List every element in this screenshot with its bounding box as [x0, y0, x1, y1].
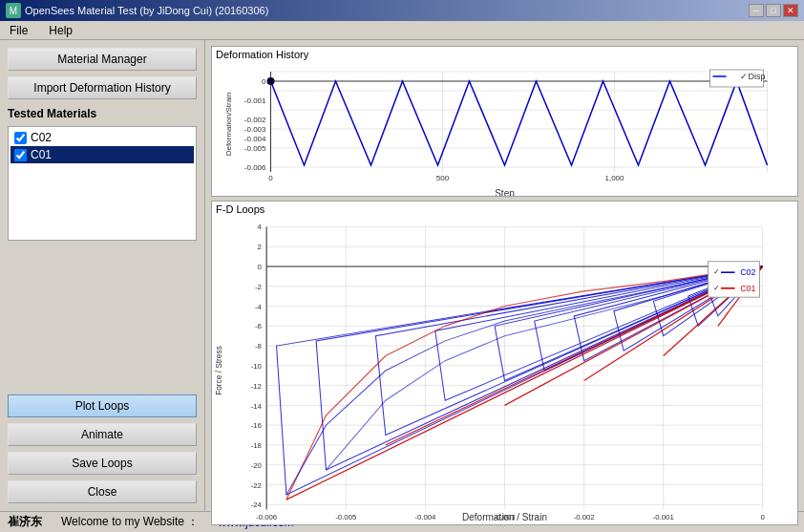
deform-legend-label: Disp [748, 72, 765, 81]
help-menu[interactable]: Help [43, 22, 78, 39]
import-history-button[interactable]: Import Deformation History [8, 76, 197, 99]
svg-text:✓: ✓ [713, 266, 720, 276]
svg-text:C01: C01 [740, 284, 755, 293]
deformation-chart: Deformation History Deformation/Strain [211, 46, 798, 197]
fd-x-label: Deformation / Strain [462, 512, 547, 522]
deformation-chart-area: Deformation/Strain [212, 62, 797, 196]
svg-text:-14: -14 [251, 402, 263, 411]
main-content: Material Manager Import Deformation Hist… [0, 40, 804, 511]
save-loops-button[interactable]: Save Loops [8, 452, 197, 475]
svg-text:4: 4 [258, 223, 263, 232]
svg-text:-24: -24 [251, 500, 263, 509]
svg-text:-22: -22 [251, 481, 262, 490]
svg-text:-2: -2 [255, 283, 262, 291]
deformation-chart-title: Deformation History [212, 47, 797, 62]
svg-text:-0.002: -0.002 [574, 513, 595, 521]
material-manager-button[interactable]: Material Manager [8, 48, 197, 71]
animate-button[interactable]: Animate [8, 423, 197, 446]
deform-y-label: Deformation/Strain [224, 93, 233, 157]
material-checkbox-c01[interactable] [14, 149, 27, 161]
svg-text:-0.002: -0.002 [244, 116, 266, 124]
fd-loops-chart: F-D Loops Force / Stress [211, 201, 798, 525]
material-label-c02: C02 [31, 131, 52, 144]
svg-text:-18: -18 [251, 441, 262, 450]
svg-text:✓: ✓ [713, 283, 720, 292]
svg-text:-16: -16 [251, 421, 262, 430]
svg-text:-10: -10 [251, 362, 263, 371]
deformation-line [271, 81, 768, 165]
file-menu[interactable]: File [4, 22, 33, 39]
author-label: 崔济东 [8, 514, 42, 530]
material-item-c02[interactable]: C02 [11, 129, 194, 146]
app-icon: M [6, 3, 21, 18]
svg-text:-20: -20 [251, 461, 263, 470]
svg-text:-0.001: -0.001 [653, 513, 674, 521]
svg-text:-0.001: -0.001 [244, 96, 266, 105]
material-label-c01: C01 [31, 148, 52, 161]
svg-text:C02: C02 [740, 267, 755, 277]
svg-text:1,000: 1,000 [604, 174, 624, 182]
menu-bar: File Help [0, 21, 804, 40]
right-panel: Deformation History Deformation/Strain [205, 40, 804, 511]
svg-text:-0.006: -0.006 [256, 513, 277, 521]
materials-list: C02 C01 [8, 126, 197, 241]
svg-text:0: 0 [258, 263, 263, 271]
deform-legend-check: ✓ [740, 72, 748, 81]
svg-text:-12: -12 [251, 382, 262, 391]
svg-text:-8: -8 [255, 342, 262, 351]
svg-text:0: 0 [760, 513, 765, 521]
svg-text:-0.006: -0.006 [244, 163, 266, 172]
svg-text:-0.005: -0.005 [335, 513, 356, 521]
maximize-button[interactable]: □ [766, 4, 781, 17]
minimize-button[interactable]: ─ [749, 4, 764, 17]
deform-x-label: Step [212, 186, 797, 196]
deformation-svg: Deformation/Strain [212, 62, 797, 186]
svg-text:-0.004: -0.004 [414, 513, 436, 521]
svg-text:-6: -6 [255, 322, 262, 330]
tested-materials-label: Tested Materials [8, 107, 197, 120]
fd-svg: Force / Stress [212, 217, 797, 524]
svg-text:500: 500 [436, 174, 450, 182]
svg-text:0: 0 [268, 174, 273, 182]
deformation-start-dot [267, 77, 275, 85]
svg-text:-0.004: -0.004 [244, 135, 266, 143]
welcome-label: Welcome to my Website ： [61, 514, 199, 530]
window-title: OpenSees Material Test (by JiDong Cui) (… [25, 5, 268, 16]
material-checkbox-c02[interactable] [14, 132, 27, 144]
svg-text:2: 2 [258, 243, 262, 251]
svg-text:-0.003: -0.003 [244, 125, 266, 134]
fd-chart-area: Force / Stress [212, 217, 797, 524]
material-item-c01[interactable]: C01 [11, 146, 194, 163]
left-panel: Material Manager Import Deformation Hist… [0, 40, 205, 511]
svg-text:-0.005: -0.005 [244, 144, 266, 153]
close-window-button[interactable]: ✕ [783, 4, 798, 17]
close-button[interactable]: Close [8, 480, 197, 503]
svg-text:Force / Stress: Force / Stress [214, 346, 223, 395]
fd-chart-title: F-D Loops [212, 202, 797, 217]
svg-text:-4: -4 [255, 303, 263, 311]
svg-text:0: 0 [262, 77, 266, 86]
title-bar: M OpenSees Material Test (by JiDong Cui)… [0, 0, 804, 21]
plot-loops-button[interactable]: Plot Loops [8, 394, 197, 417]
